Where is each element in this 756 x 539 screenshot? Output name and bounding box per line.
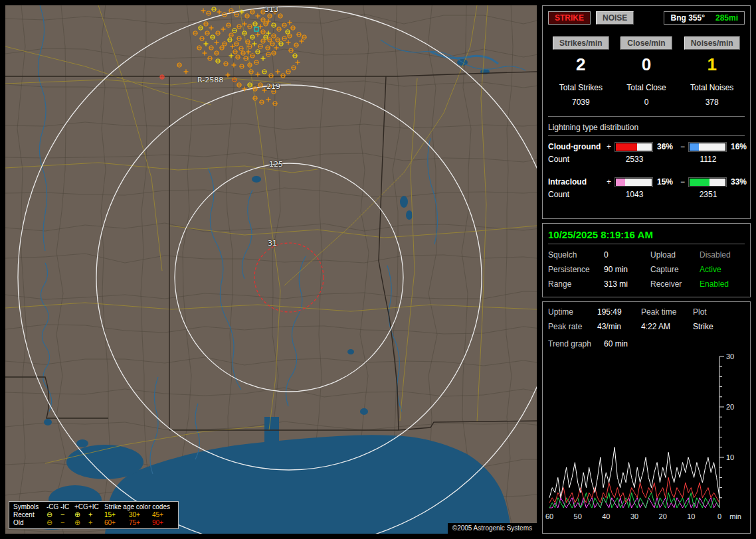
cloud-ground-label: Cloud-ground (548, 142, 607, 151)
svg-text:20: 20 (726, 403, 734, 411)
persistence-label: Persistence (548, 265, 604, 274)
plot-label: Plot (693, 307, 745, 317)
cg-neg-count: 1112 (689, 155, 727, 164)
legend-age-0-1: 30+ (129, 511, 152, 518)
legend-col-nic: -IC (60, 503, 74, 510)
distribution-title: Lightning type distribution (548, 123, 745, 132)
lightning-tracker-app: 313 219 125 31 R-2588 Symbols -CG -IC +C… (0, 0, 756, 539)
circle-plus-icon: ⊕ (74, 511, 88, 518)
legend-col-pcg: +CG (74, 503, 88, 510)
plus-sign: + (607, 177, 615, 187)
trend-graph-label: Trend graph (548, 339, 604, 348)
range-value: 313 mi (604, 279, 650, 289)
peak-rate-value: 43/min (597, 322, 641, 331)
minus-icon: − (60, 519, 74, 526)
symbol-legend: Symbols -CG -IC +CG +IC Strike age color… (9, 501, 179, 529)
strikes-per-min-button[interactable]: Strikes/min (553, 37, 609, 50)
count-label: Count (548, 190, 607, 199)
legend-age-1-0: 60+ (104, 519, 129, 526)
cg-pos-count: 2533 (615, 155, 654, 164)
squelch-label: Squelch (548, 250, 604, 260)
ic-pos-count: 1043 (615, 190, 654, 199)
noises-per-min-button[interactable]: Noises/min (684, 37, 740, 50)
trend-graph-value: 60 min (604, 339, 745, 348)
divider (548, 135, 745, 136)
dist-bar-neg-0 (689, 143, 726, 151)
close-per-min-button[interactable]: Close/min (620, 37, 672, 50)
svg-text:40: 40 (602, 512, 610, 520)
svg-text:30: 30 (726, 352, 734, 360)
intracloud-label: Intracloud (548, 177, 607, 187)
range-ring-label-219: 219 (266, 82, 280, 91)
strike-map[interactable]: 313 219 125 31 R-2588 Symbols -CG -IC +C… (5, 5, 537, 534)
total-strikes-value: 7039 (548, 98, 614, 107)
total-close-label: Total Close (614, 83, 680, 92)
range-label: Range (548, 279, 604, 289)
cg-neg-pct: 16% (727, 142, 750, 151)
status-v2-1: Active (700, 265, 745, 274)
peak-time-label: Peak time (641, 307, 693, 317)
legend-age-0-0: 15+ (104, 511, 129, 518)
legend-age-0-2: 45+ (152, 511, 174, 518)
minus-sign: − (680, 177, 689, 187)
divider (548, 244, 745, 244)
circle-minus-icon: ⊖ (47, 519, 60, 526)
count-label: Count (548, 155, 607, 164)
cg-pos-pct: 36% (654, 142, 680, 151)
legend-col-pic: +IC (88, 503, 104, 510)
peak-time-value: 4:22 AM (641, 322, 693, 331)
persistence-value: 90 min (604, 265, 650, 274)
ic-pos-pct: 15% (654, 177, 680, 187)
divider (548, 116, 745, 117)
rate-value-0: 2 (548, 55, 614, 74)
svg-text:50: 50 (574, 512, 582, 520)
plot-value: Strike (693, 322, 745, 331)
rate-value-2: 1 (679, 55, 745, 74)
legend-age-1-1: 75+ (129, 519, 152, 526)
capture-label: Capture (650, 265, 700, 274)
range-ring-label-31: 31 (268, 239, 277, 248)
noise-mode-button[interactable]: NOISE (596, 11, 634, 25)
datetime-display: 10/25/2025 8:19:16 AM (548, 229, 745, 240)
dist-bar-pos-0 (615, 143, 652, 151)
rate-value-1: 0 (614, 55, 680, 74)
plus-sign: + (607, 142, 615, 151)
dist-bar-pos-1 (615, 178, 652, 187)
total-strikes-label: Total Strikes (548, 83, 614, 92)
range-ring-label-313: 313 (264, 5, 278, 14)
copyright-text: ©2005 Astrogenic Systems (448, 523, 537, 534)
peak-rate-label: Peak rate (548, 322, 597, 331)
minus-sign: − (680, 142, 689, 151)
dist-bar-neg-1 (689, 178, 726, 187)
status-v2-0: Disabled (700, 250, 745, 260)
svg-text:20: 20 (659, 512, 667, 520)
legend-row-label-recent: Recent (13, 511, 47, 518)
legend-col-ncg: -CG (47, 503, 60, 510)
bearing-display: Bng 355° 285mi (664, 11, 745, 25)
circle-plus-icon: ⊕ (74, 519, 88, 526)
ic-neg-pct: 33% (727, 177, 750, 187)
status-v2-2: Enabled (700, 279, 745, 289)
trend-panel: Uptime 195:49 Peak time Plot Peak rate 4… (542, 301, 751, 534)
status-panel: 10/25/2025 8:19:16 AM Squelch 0 Upload D… (542, 223, 751, 297)
svg-text:10: 10 (687, 512, 695, 520)
upload-label: Upload (650, 250, 700, 260)
range-ring-label-125: 125 (269, 160, 283, 169)
circle-minus-icon: ⊖ (47, 511, 60, 518)
total-noises-label: Total Noises (679, 83, 745, 92)
strike-mode-button[interactable]: STRIKE (548, 11, 591, 25)
bearing-range-value: 285mi (715, 13, 738, 23)
trend-graph: 1020306050403020100min (549, 355, 747, 522)
legend-age-1-2: 90+ (152, 519, 174, 526)
strike-stats-panel: STRIKE NOISE Bng 355° 285mi Strikes/min … (542, 5, 751, 219)
minus-icon: − (60, 511, 74, 518)
svg-text:10: 10 (726, 453, 734, 461)
legend-row-label-old: Old (13, 519, 47, 526)
total-close-value: 0 (614, 98, 680, 107)
total-noises-value: 378 (679, 98, 745, 107)
receiver-label: Receiver (650, 279, 700, 289)
squelch-value: 0 (604, 250, 650, 260)
svg-text:60: 60 (545, 512, 553, 520)
uptime-value: 195:49 (597, 307, 641, 317)
bearing-value: Bng 355° (670, 13, 704, 23)
